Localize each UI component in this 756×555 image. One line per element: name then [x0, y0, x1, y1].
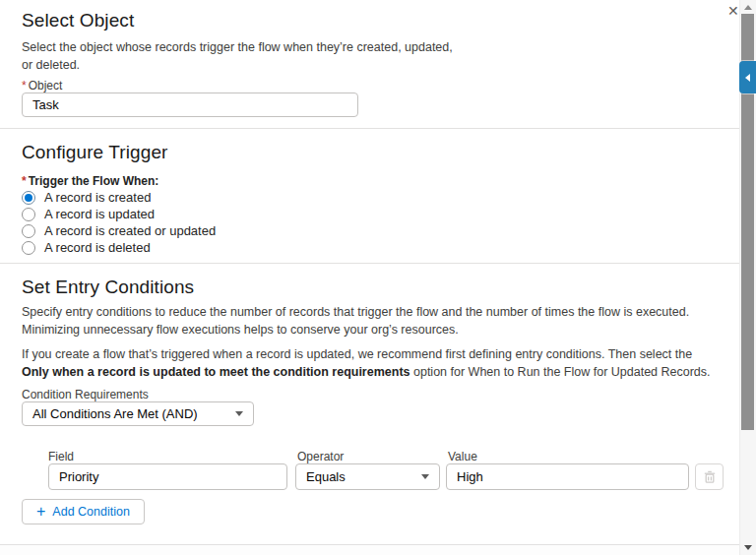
condition-value-label: Value — [448, 450, 477, 463]
condition-requirements-select[interactable]: All Conditions Are Met (AND) — [22, 401, 254, 426]
radio-option-record-created-or-updated[interactable]: A record is created or updated — [22, 222, 216, 239]
scroll-down-icon[interactable] — [744, 545, 752, 550]
entry-conditions-description-1: Specify entry conditions to reduce the n… — [22, 303, 689, 339]
scroll-up-icon[interactable] — [744, 5, 752, 10]
description-line: Minimizing unnecessary flow executions h… — [22, 321, 689, 339]
condition-operator-label: Operator — [297, 450, 344, 463]
footer-area — [0, 545, 740, 555]
configure-trigger-title: Configure Trigger — [22, 142, 168, 163]
condition-requirements-label: Condition Requirements — [22, 388, 149, 401]
footer-divider — [0, 544, 740, 545]
close-icon[interactable]: ✕ — [727, 4, 739, 18]
radio-option-label: A record is updated — [44, 207, 155, 221]
section-divider — [0, 128, 740, 129]
chevron-down-icon — [421, 474, 429, 479]
description-line: If you create a flow that’s triggered wh… — [22, 345, 711, 363]
chevron-down-icon — [235, 411, 243, 416]
radio-option-record-deleted[interactable]: A record is deleted — [22, 239, 216, 256]
set-entry-conditions-title: Set Entry Conditions — [22, 277, 194, 298]
trash-icon — [703, 470, 717, 484]
select-object-dialog: Select Object Select the object whose re… — [0, 0, 756, 555]
condition-operator-select[interactable]: Equals — [295, 463, 440, 490]
required-asterisk: * — [22, 174, 27, 188]
trigger-when-label: *Trigger the Flow When: — [22, 174, 158, 188]
select-object-description: Select the object whose records trigger … — [22, 38, 453, 74]
add-condition-label: Add Condition — [52, 505, 130, 519]
plus-icon: + — [36, 504, 45, 520]
radio-option-label: A record is deleted — [44, 240, 151, 255]
bold-option-name: Only when a record is updated to meet th… — [22, 365, 410, 379]
description-line: Only when a record is updated to meet th… — [22, 363, 711, 381]
radio-icon[interactable] — [22, 224, 35, 238]
select-object-title: Select Object — [22, 10, 134, 31]
condition-value-input[interactable] — [446, 463, 689, 490]
collapse-panel-button[interactable] — [739, 61, 756, 93]
radio-icon[interactable] — [22, 241, 35, 255]
condition-field-input[interactable] — [48, 463, 287, 490]
object-input[interactable] — [22, 92, 358, 117]
section-divider — [0, 263, 740, 264]
condition-field-label: Field — [48, 450, 74, 463]
required-asterisk: * — [22, 79, 27, 92]
radio-icon[interactable] — [22, 191, 35, 205]
delete-condition-button[interactable] — [695, 463, 724, 490]
entry-conditions-description-2: If you create a flow that’s triggered wh… — [22, 345, 711, 381]
trigger-radio-group: A record is created A record is updated … — [22, 189, 216, 256]
condition-operator-value: Equals — [306, 469, 346, 484]
description-line: or deleted. — [22, 56, 453, 74]
description-line: Select the object whose records trigger … — [22, 38, 453, 56]
radio-option-label: A record is created — [44, 190, 151, 205]
chevron-left-icon — [745, 74, 750, 82]
radio-option-record-updated[interactable]: A record is updated — [22, 206, 216, 222]
condition-requirements-value: All Conditions Are Met (AND) — [32, 406, 198, 421]
radio-option-label: A record is created or updated — [44, 223, 216, 238]
radio-icon[interactable] — [22, 208, 35, 221]
add-condition-button[interactable]: + Add Condition — [22, 499, 145, 524]
radio-option-record-created[interactable]: A record is created — [22, 189, 216, 206]
object-label: *Object — [22, 79, 62, 92]
description-line: Specify entry conditions to reduce the n… — [22, 303, 689, 321]
